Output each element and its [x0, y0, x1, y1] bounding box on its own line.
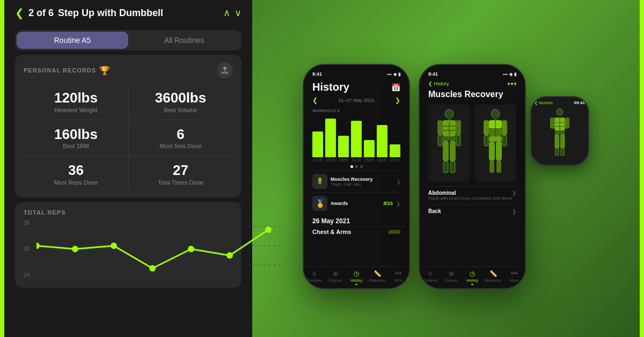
- pr-value-weight: 120lbs: [24, 90, 128, 106]
- dot-2: [360, 165, 363, 168]
- body-figures-area: [424, 100, 521, 186]
- abdominal-exercises: Plank with Knee Drive, Dumbbell Side Ben…: [428, 196, 512, 201]
- front-body-svg: [433, 108, 465, 178]
- pr-header: PERSONAL RECORDS 🏆: [24, 62, 233, 78]
- muscles-tab-more[interactable]: ••• More: [504, 270, 525, 285]
- bar-date-3: 24/05: [351, 158, 362, 162]
- pr-value-sets: 6: [128, 127, 233, 142]
- back-button[interactable]: ❮: [15, 6, 24, 19]
- bar-0: [312, 131, 323, 157]
- measures-tab-icon: 📏: [374, 270, 382, 277]
- bar-date-2: 23/05: [338, 158, 349, 162]
- history-status-bar: 9:41 ▪▪▪ ◈ ▮: [308, 69, 405, 79]
- chest-arms-item[interactable]: Chest & Arms 10/10: [308, 226, 405, 237]
- history-tab-label: History: [350, 279, 362, 282]
- chart-label-36: 36: [24, 220, 30, 226]
- watch-time: 09:41: [574, 100, 585, 105]
- chart-y-labels: 36 30 24: [24, 220, 30, 284]
- awards-badge: 8/15: [383, 201, 393, 206]
- calendar-icon[interactable]: 📅: [391, 83, 400, 92]
- history-screen: 9:41 ▪▪▪ ◈ ▮ History 📅 ❮ 21–27 May 2021: [304, 65, 409, 288]
- chart-label-24: 24: [24, 272, 30, 278]
- back-figure: [474, 105, 516, 182]
- bar-dates: 21/05 22/05 23/05 24/05 25/05 26/05 27/0…: [308, 157, 405, 163]
- history-title-bar: History 📅: [308, 79, 405, 94]
- share-button[interactable]: [217, 62, 233, 78]
- watch-figure-svg: [541, 107, 579, 158]
- muscles-wifi-icon: ◈: [509, 72, 513, 77]
- muscles-tab-measures[interactable]: 📏 Measures: [483, 270, 504, 285]
- svg-point-4: [72, 246, 78, 252]
- muscles-more-button[interactable]: [508, 83, 516, 85]
- svg-rect-34: [502, 120, 507, 135]
- tab-all-routines[interactable]: All Routines: [128, 32, 240, 49]
- measures-tab-label: Measures: [369, 279, 386, 282]
- date-section-header: 26 May 2021: [308, 214, 405, 226]
- tab-explore[interactable]: ⊕ Explore: [325, 270, 346, 285]
- tab-measures[interactable]: 📏 Measures: [367, 270, 388, 285]
- svg-point-27: [491, 109, 500, 118]
- muscles-tab-routines[interactable]: ≡ Routines: [420, 270, 441, 285]
- pr-most-reps: 36 Most Reps Done: [24, 158, 128, 190]
- exercise-title: Step Up with Dumbbell: [58, 8, 219, 19]
- muscles-icon: [312, 174, 327, 189]
- back-item[interactable]: Back ❯: [428, 204, 516, 217]
- nav-down[interactable]: ∨: [235, 7, 241, 19]
- svg-rect-19: [456, 120, 461, 135]
- week-next-button[interactable]: ❯: [395, 97, 400, 104]
- tab-routine-a5[interactable]: Routine A5: [17, 32, 128, 49]
- tab-more[interactable]: ••• More: [388, 270, 409, 285]
- svg-rect-13: [448, 118, 451, 120]
- tab-routines[interactable]: ≡ Routines: [304, 270, 325, 285]
- svg-rect-20: [438, 135, 442, 146]
- bar-4: [364, 140, 375, 157]
- muscles-tab-history[interactable]: ◷ History: [462, 270, 482, 285]
- muscles-explore-icon: ⊕: [449, 270, 454, 277]
- page-dots: [308, 163, 405, 170]
- wifi-icon: ◈: [393, 72, 397, 77]
- explore-tab-label: Explore: [329, 279, 342, 282]
- svg-rect-40: [496, 160, 501, 173]
- workout-badge: 10/10: [388, 229, 400, 235]
- pr-value-volume: 3600lbs: [128, 90, 233, 106]
- awards-item[interactable]: 🏅 Awards 8/15 ❯: [308, 192, 405, 214]
- green-bar-right: [640, 0, 644, 337]
- pr-label-weight: Heaviest Weight: [24, 107, 128, 113]
- awards-title: Awards: [331, 201, 380, 206]
- dot-1: [508, 83, 510, 85]
- muscles-history-icon: ◷: [470, 270, 475, 277]
- pr-value-reps: 36: [24, 163, 128, 178]
- nav-up[interactable]: ∧: [223, 7, 230, 19]
- abdominal-arrow: ❯: [512, 190, 516, 196]
- abdominal-item[interactable]: Abdominal Plank with Knee Drive, Dumbbel…: [428, 186, 516, 204]
- svg-rect-11: [318, 181, 321, 184]
- watch-body-area: [535, 107, 585, 158]
- pr-label-volume: Best Volume: [128, 107, 233, 113]
- watch-screen: ❮ Muscles 09:41: [531, 97, 588, 165]
- svg-rect-26: [450, 161, 455, 173]
- muscles-recovery-item[interactable]: Muscles Recovery Thigh, Calf, Abs ❯: [308, 170, 405, 192]
- bar-5: [377, 125, 387, 157]
- week-prev-button[interactable]: ❮: [312, 97, 318, 104]
- svg-rect-18: [437, 120, 443, 135]
- muscles-tab-explore[interactable]: ⊕ Explore: [441, 270, 462, 285]
- workout-name: Chest & Arms: [312, 229, 351, 235]
- front-figure: [428, 105, 470, 182]
- muscles-back-button[interactable]: ❮ History: [428, 81, 449, 86]
- history-time: 9:41: [312, 71, 322, 77]
- bar-date-4: 25/05: [364, 158, 375, 162]
- watch-back-button[interactable]: ❮ Muscles: [535, 100, 553, 105]
- reps-chart: 36 30 24: [24, 220, 233, 284]
- muscles-status-bar: 9:41 ▪▪▪ ◈ ▮: [424, 69, 521, 79]
- routines-tab-label: Routines: [307, 279, 322, 282]
- status-icons: ▪▪▪ ◈ ▮: [387, 72, 400, 77]
- pr-best-1rm: 160lbs Best 1RM: [24, 122, 128, 154]
- bar-1: [325, 119, 336, 157]
- svg-rect-32: [489, 136, 502, 142]
- pr-value-1rm: 160lbs: [24, 127, 128, 142]
- chart-label-30: 30: [24, 246, 30, 252]
- svg-rect-23: [443, 141, 449, 161]
- pr-vertical-divider: [128, 86, 129, 190]
- dot-3: [514, 83, 516, 85]
- tab-history[interactable]: ◷ History: [346, 270, 367, 285]
